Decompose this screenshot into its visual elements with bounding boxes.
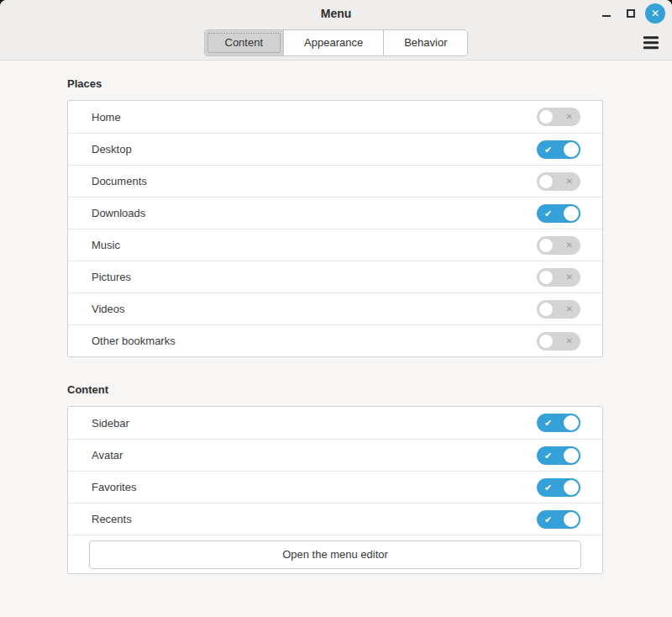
toggle-pictures[interactable]: ✕ <box>537 268 580 287</box>
check-icon: ✔ <box>544 208 552 218</box>
toggle-knob <box>538 270 554 285</box>
toggle-knob <box>564 512 579 527</box>
maximize-button[interactable] <box>621 3 641 24</box>
toggle-home[interactable]: ✕ <box>537 108 580 126</box>
toggle-knob <box>538 238 554 253</box>
hamburger-icon <box>643 36 659 49</box>
toggle-recents[interactable]: ✔ <box>537 510 580 529</box>
setting-row: Recents✔ <box>68 503 602 535</box>
close-button[interactable]: ✕ <box>645 3 665 24</box>
toggle-knob <box>564 142 579 157</box>
tab-group: ContentAppearanceBehavior <box>204 29 469 56</box>
check-icon: ✔ <box>544 145 552 154</box>
toggle-knob <box>538 174 554 189</box>
setting-label: Downloads <box>92 207 537 219</box>
titlebar: Menu ✕ <box>0 0 672 27</box>
setting-label: Videos <box>92 303 537 315</box>
window-controls: ✕ <box>596 0 665 27</box>
setting-label: Desktop <box>92 143 537 156</box>
settings-page: PlacesHome✕Desktop✔Documents✕Downloads✔M… <box>0 61 672 617</box>
toggle-documents[interactable]: ✕ <box>537 172 580 191</box>
section-heading: Places <box>67 77 603 90</box>
toggle-videos[interactable]: ✕ <box>537 300 580 319</box>
tab-behavior[interactable]: Behavior <box>383 30 467 55</box>
setting-row: Pictures✕ <box>68 261 602 293</box>
toggle-knob <box>538 334 554 349</box>
toggle-favorites[interactable]: ✔ <box>537 478 580 497</box>
setting-row: Other bookmarks✕ <box>68 324 602 356</box>
tab-appearance[interactable]: Appearance <box>283 30 383 55</box>
settings-list: Home✕Desktop✔Documents✕Downloads✔Music✕P… <box>67 100 603 357</box>
check-icon: ✔ <box>544 419 552 428</box>
setting-row: Desktop✔ <box>68 133 602 165</box>
check-icon: ✔ <box>544 514 552 524</box>
setting-label: Pictures <box>92 271 537 283</box>
setting-label: Home <box>92 111 537 124</box>
setting-label: Recents <box>92 513 537 525</box>
setting-row: Downloads✔ <box>68 197 602 229</box>
setting-label: Favorites <box>92 481 537 493</box>
setting-row: Documents✕ <box>68 165 602 197</box>
toggle-knob <box>564 480 579 495</box>
toggle-avatar[interactable]: ✔ <box>537 446 580 465</box>
open-menu-editor-button[interactable]: Open the menu editor <box>89 541 581 569</box>
menu-window: Menu ✕ ContentAppearanceBehavior PlacesH… <box>0 0 672 617</box>
maximize-icon <box>627 9 635 18</box>
toggle-knob <box>564 448 579 463</box>
toggle-knob <box>564 206 579 221</box>
setting-row: Music✕ <box>68 229 602 261</box>
setting-row: Avatar✔ <box>68 439 602 471</box>
x-icon: ✕ <box>566 241 573 250</box>
toggle-knob <box>538 109 554 124</box>
setting-label: Avatar <box>92 449 537 461</box>
setting-label: Documents <box>92 175 537 187</box>
header-toolbar: ContentAppearanceBehavior <box>0 27 672 61</box>
minimize-button[interactable] <box>596 3 617 24</box>
setting-label: Sidebar <box>92 417 537 430</box>
setting-label: Music <box>92 239 537 251</box>
menu-button[interactable] <box>640 33 662 52</box>
toggle-knob <box>564 415 579 430</box>
toggle-other-bookmarks[interactable]: ✕ <box>537 332 580 351</box>
settings-list: Sidebar✔Avatar✔Favorites✔Recents✔Open th… <box>67 406 603 574</box>
x-icon: ✕ <box>566 177 573 186</box>
setting-row: Videos✕ <box>68 293 602 324</box>
button-row: Open the menu editor <box>68 535 602 573</box>
toggle-music[interactable]: ✕ <box>537 236 580 255</box>
setting-row: Favorites✔ <box>68 471 602 503</box>
x-icon: ✕ <box>566 337 573 345</box>
toggle-sidebar[interactable]: ✔ <box>537 414 580 432</box>
setting-label: Other bookmarks <box>92 335 537 347</box>
toggle-knob <box>538 302 554 317</box>
minimize-icon <box>602 15 611 17</box>
check-icon: ✔ <box>544 451 552 460</box>
close-icon: ✕ <box>651 8 659 18</box>
toggle-downloads[interactable]: ✔ <box>537 204 580 223</box>
section-heading: Content <box>67 383 603 396</box>
x-icon: ✕ <box>566 305 573 314</box>
setting-row: Sidebar✔ <box>68 407 602 439</box>
tab-content[interactable]: Content <box>205 30 284 55</box>
x-icon: ✕ <box>566 273 573 282</box>
x-icon: ✕ <box>566 113 573 121</box>
toggle-desktop[interactable]: ✔ <box>537 140 580 159</box>
check-icon: ✔ <box>544 483 552 492</box>
window-title: Menu <box>321 7 352 20</box>
setting-row: Home✕ <box>68 101 602 133</box>
